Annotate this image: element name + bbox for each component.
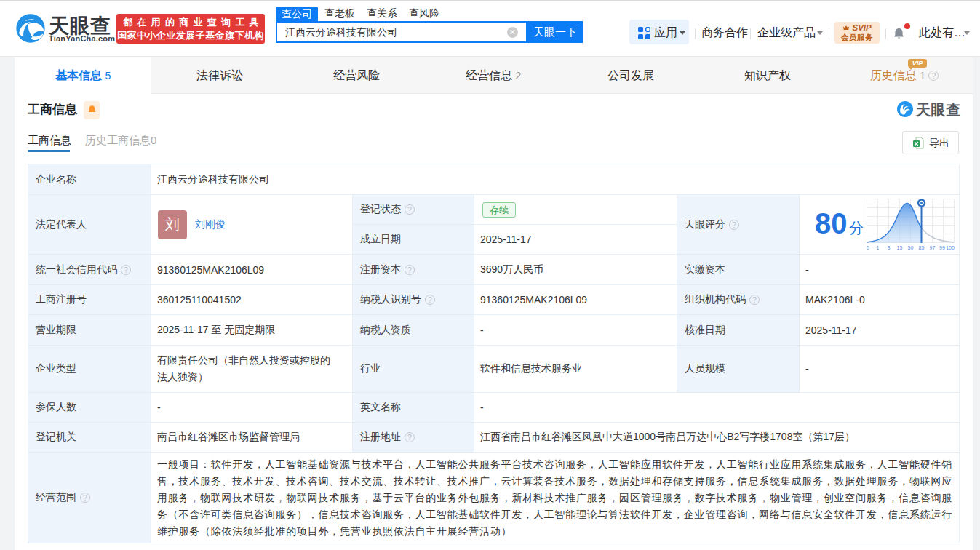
svg-text:15: 15 (897, 245, 903, 250)
svg-text:97: 97 (930, 245, 936, 250)
svg-text:100: 100 (946, 245, 955, 250)
svg-text:50: 50 (908, 245, 914, 250)
svg-text:1: 1 (877, 245, 880, 250)
svg-text:天眼查: 天眼查 (915, 102, 961, 118)
svg-text:99: 99 (939, 245, 945, 250)
svg-text:3: 3 (888, 245, 891, 250)
svg-text:0: 0 (867, 245, 869, 250)
svg-text:85: 85 (919, 245, 925, 250)
